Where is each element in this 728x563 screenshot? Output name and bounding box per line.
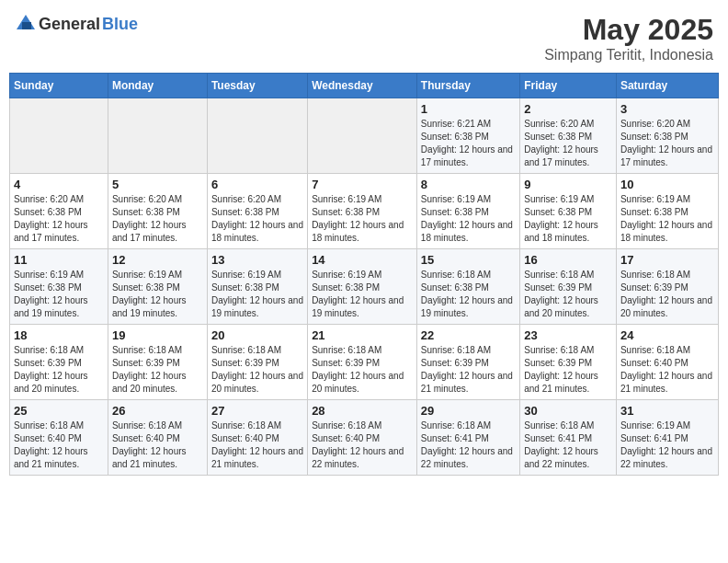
day-info: Sunrise: 6:19 AM Sunset: 6:38 PM Dayligh… — [421, 193, 516, 245]
cell-week1-day3 — [207, 98, 307, 174]
day-info: Sunrise: 6:18 AM Sunset: 6:39 PM Dayligh… — [14, 344, 104, 396]
day-info: Sunrise: 6:18 AM Sunset: 6:39 PM Dayligh… — [524, 269, 612, 320]
day-info: Sunrise: 6:18 AM Sunset: 6:39 PM Dayligh… — [524, 344, 612, 396]
cell-week5-day5: 29Sunrise: 6:18 AM Sunset: 6:41 PM Dayli… — [416, 400, 519, 476]
day-info: Sunrise: 6:19 AM Sunset: 6:38 PM Dayligh… — [312, 193, 413, 245]
cell-week3-day4: 14Sunrise: 6:19 AM Sunset: 6:38 PM Dayli… — [308, 249, 417, 325]
day-number: 28 — [312, 404, 413, 418]
day-info: Sunrise: 6:19 AM Sunset: 6:38 PM Dayligh… — [524, 193, 612, 245]
day-number: 4 — [14, 178, 104, 191]
day-number: 12 — [112, 253, 203, 267]
logo-text-general: General — [39, 15, 100, 34]
day-number: 22 — [421, 328, 516, 342]
cell-week2-day2: 5Sunrise: 6:20 AM Sunset: 6:38 PM Daylig… — [108, 174, 207, 249]
week-row-3: 11Sunrise: 6:19 AM Sunset: 6:38 PM Dayli… — [10, 249, 719, 325]
cell-week1-day4 — [308, 98, 417, 174]
cell-week4-day5: 22Sunrise: 6:18 AM Sunset: 6:39 PM Dayli… — [416, 325, 519, 400]
cell-week2-day6: 9Sunrise: 6:19 AM Sunset: 6:38 PM Daylig… — [520, 174, 617, 249]
day-number: 8 — [421, 178, 516, 191]
cell-week4-day4: 21Sunrise: 6:18 AM Sunset: 6:39 PM Dayli… — [308, 325, 417, 400]
day-info: Sunrise: 6:20 AM Sunset: 6:38 PM Dayligh… — [620, 118, 714, 169]
cell-week3-day7: 17Sunrise: 6:18 AM Sunset: 6:39 PM Dayli… — [616, 249, 718, 325]
day-info: Sunrise: 6:18 AM Sunset: 6:40 PM Dayligh… — [620, 344, 714, 396]
cell-week5-day3: 27Sunrise: 6:18 AM Sunset: 6:40 PM Dayli… — [207, 400, 307, 476]
day-info: Sunrise: 6:19 AM Sunset: 6:38 PM Dayligh… — [620, 193, 714, 245]
logo: General Blue — [15, 13, 138, 35]
day-number: 21 — [312, 328, 413, 342]
day-number: 13 — [211, 253, 303, 267]
day-info: Sunrise: 6:19 AM Sunset: 6:38 PM Dayligh… — [14, 269, 104, 320]
day-number: 14 — [312, 253, 413, 267]
day-info: Sunrise: 6:21 AM Sunset: 6:38 PM Dayligh… — [421, 118, 516, 169]
day-number: 1 — [421, 102, 516, 116]
cell-week2-day1: 4Sunrise: 6:20 AM Sunset: 6:38 PM Daylig… — [10, 174, 108, 249]
cell-week4-day6: 23Sunrise: 6:18 AM Sunset: 6:39 PM Dayli… — [520, 325, 617, 400]
day-number: 20 — [211, 328, 303, 342]
week-row-2: 4Sunrise: 6:20 AM Sunset: 6:38 PM Daylig… — [10, 174, 719, 249]
day-info: Sunrise: 6:19 AM Sunset: 6:38 PM Dayligh… — [112, 269, 203, 320]
day-number: 16 — [524, 253, 612, 267]
cell-week4-day2: 19Sunrise: 6:18 AM Sunset: 6:39 PM Dayli… — [108, 325, 207, 400]
cell-week1-day6: 2Sunrise: 6:20 AM Sunset: 6:38 PM Daylig… — [520, 98, 617, 174]
day-number: 26 — [112, 404, 203, 418]
title-block: May 2025 Simpang Teritit, Indonesia — [544, 13, 713, 63]
day-number: 25 — [14, 404, 104, 418]
day-info: Sunrise: 6:20 AM Sunset: 6:38 PM Dayligh… — [112, 193, 203, 245]
header-monday: Monday — [108, 74, 207, 98]
day-info: Sunrise: 6:20 AM Sunset: 6:38 PM Dayligh… — [211, 193, 303, 245]
header-thursday: Thursday — [416, 74, 519, 98]
day-number: 3 — [620, 102, 714, 116]
week-row-5: 25Sunrise: 6:18 AM Sunset: 6:40 PM Dayli… — [10, 400, 719, 476]
day-info: Sunrise: 6:20 AM Sunset: 6:38 PM Dayligh… — [524, 118, 612, 169]
day-number: 18 — [14, 328, 104, 342]
day-info: Sunrise: 6:18 AM Sunset: 6:40 PM Dayligh… — [211, 419, 303, 471]
day-number: 19 — [112, 328, 203, 342]
day-info: Sunrise: 6:18 AM Sunset: 6:38 PM Dayligh… — [421, 269, 516, 320]
main-title: May 2025 — [544, 13, 713, 47]
cell-week4-day1: 18Sunrise: 6:18 AM Sunset: 6:39 PM Dayli… — [10, 325, 108, 400]
day-number: 11 — [14, 253, 104, 267]
cell-week5-day4: 28Sunrise: 6:18 AM Sunset: 6:40 PM Dayli… — [308, 400, 417, 476]
day-info: Sunrise: 6:19 AM Sunset: 6:41 PM Dayligh… — [620, 419, 714, 471]
header-tuesday: Tuesday — [207, 74, 307, 98]
cell-week3-day2: 12Sunrise: 6:19 AM Sunset: 6:38 PM Dayli… — [108, 249, 207, 325]
day-number: 30 — [524, 404, 612, 418]
cell-week3-day1: 11Sunrise: 6:19 AM Sunset: 6:38 PM Dayli… — [10, 249, 108, 325]
day-info: Sunrise: 6:20 AM Sunset: 6:38 PM Dayligh… — [14, 193, 104, 245]
day-number: 6 — [211, 178, 303, 191]
day-number: 7 — [312, 178, 413, 191]
calendar-body: 1Sunrise: 6:21 AM Sunset: 6:38 PM Daylig… — [10, 98, 719, 476]
header-sunday: Sunday — [10, 74, 108, 98]
day-number: 2 — [524, 102, 612, 116]
calendar-header-row: SundayMondayTuesdayWednesdayThursdayFrid… — [10, 74, 719, 98]
header-wednesday: Wednesday — [308, 74, 417, 98]
cell-week5-day2: 26Sunrise: 6:18 AM Sunset: 6:40 PM Dayli… — [108, 400, 207, 476]
day-info: Sunrise: 6:18 AM Sunset: 6:40 PM Dayligh… — [312, 419, 413, 471]
day-info: Sunrise: 6:18 AM Sunset: 6:40 PM Dayligh… — [14, 419, 104, 471]
day-info: Sunrise: 6:18 AM Sunset: 6:39 PM Dayligh… — [211, 344, 303, 396]
day-number: 29 — [421, 404, 516, 418]
day-number: 31 — [620, 404, 714, 418]
cell-week3-day6: 16Sunrise: 6:18 AM Sunset: 6:39 PM Dayli… — [520, 249, 617, 325]
header-friday: Friday — [520, 74, 617, 98]
day-number: 24 — [620, 328, 714, 342]
day-number: 9 — [524, 178, 612, 191]
calendar-table: SundayMondayTuesdayWednesdayThursdayFrid… — [9, 73, 719, 476]
day-number: 5 — [112, 178, 203, 191]
cell-week4-day7: 24Sunrise: 6:18 AM Sunset: 6:40 PM Dayli… — [616, 325, 718, 400]
cell-week2-day5: 8Sunrise: 6:19 AM Sunset: 6:38 PM Daylig… — [416, 174, 519, 249]
logo-text-blue: Blue — [102, 15, 138, 34]
page-header: General Blue May 2025 Simpang Teritit, I… — [9, 9, 719, 67]
cell-week5-day7: 31Sunrise: 6:19 AM Sunset: 6:41 PM Dayli… — [616, 400, 718, 476]
day-info: Sunrise: 6:18 AM Sunset: 6:41 PM Dayligh… — [524, 419, 612, 471]
day-info: Sunrise: 6:19 AM Sunset: 6:38 PM Dayligh… — [312, 269, 413, 320]
cell-week4-day3: 20Sunrise: 6:18 AM Sunset: 6:39 PM Dayli… — [207, 325, 307, 400]
cell-week3-day5: 15Sunrise: 6:18 AM Sunset: 6:38 PM Dayli… — [416, 249, 519, 325]
cell-week1-day7: 3Sunrise: 6:20 AM Sunset: 6:38 PM Daylig… — [616, 98, 718, 174]
cell-week2-day7: 10Sunrise: 6:19 AM Sunset: 6:38 PM Dayli… — [616, 174, 718, 249]
day-info: Sunrise: 6:19 AM Sunset: 6:38 PM Dayligh… — [211, 269, 303, 320]
cell-week1-day5: 1Sunrise: 6:21 AM Sunset: 6:38 PM Daylig… — [416, 98, 519, 174]
day-number: 15 — [421, 253, 516, 267]
day-info: Sunrise: 6:18 AM Sunset: 6:39 PM Dayligh… — [421, 344, 516, 396]
day-number: 17 — [620, 253, 714, 267]
